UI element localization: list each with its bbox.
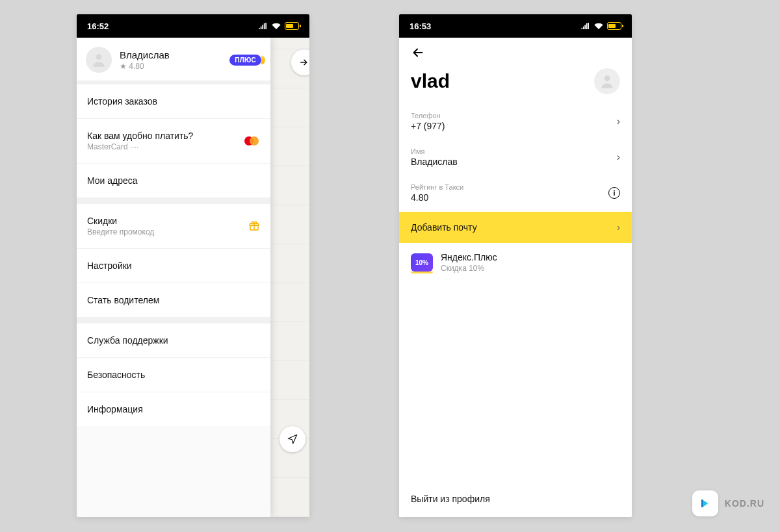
status-icons [259,22,299,30]
profile-header[interactable]: Владислав ★ 4.80 ПЛЮС [77,38,270,81]
field-rating[interactable]: Рейтинг в Такси 4.80 i [399,176,632,212]
field-label: Имя [411,147,458,155]
menu-label: Мои адреса [87,175,138,186]
svg-point-0 [96,54,102,60]
menu-payment[interactable]: Как вам удобно платить? MasterCard ···· [77,118,270,163]
field-name[interactable]: Имя Владислав › [399,140,632,176]
menu-label: Информация [87,404,143,414]
menu-discounts[interactable]: Скидки Введите промокод [77,204,270,248]
brand-logo-icon [692,490,718,516]
field-phone[interactable]: Телефон +7 (977) › [399,105,632,140]
svg-point-3 [604,75,610,81]
field-value: Владислав [411,157,458,167]
promo-badge: 10% [411,253,433,272]
avatar [86,47,112,73]
menu-sublabel: Введите промокод [87,227,154,236]
status-time: 16:52 [87,21,109,31]
menu-security[interactable]: Безопасность [77,357,270,392]
brand-text: KOD.RU [725,498,764,509]
profile-screen: vlad Телефон +7 (977) › Имя Владислав › … [399,38,632,517]
field-label: Рейтинг в Такси [411,183,463,191]
info-icon[interactable]: i [608,187,620,199]
avatar[interactable] [594,68,620,94]
battery-icon [285,22,299,30]
profile-title: vlad [411,70,450,92]
menu-label: Служба поддержки [87,335,168,346]
menu-order-history[interactable]: История заказов [77,84,270,118]
profile-name: Владислав [120,49,170,60]
menu-label: Скидки [87,216,154,226]
promo-yandex-plus[interactable]: 10% Яндекс.Плюс Скидка 10% [399,243,632,282]
gift-icon [248,220,260,232]
wifi-icon [594,23,603,29]
user-icon [90,51,107,68]
menu-label: Настройки [87,260,132,271]
back-button[interactable] [411,45,425,63]
menu-support[interactable]: Служба поддержки [77,323,270,357]
profile-rating: ★ 4.80 [120,62,170,71]
svg-rect-4 [701,500,703,507]
menu-label: История заказов [87,96,157,107]
menu-label: Как вам удобно платить? [87,131,193,141]
row-label: Добавить почту [411,222,477,233]
menu-sublabel: MasterCard ···· [87,142,193,151]
status-bar: 16:52 [77,14,309,38]
phone-right: 16:53 vlad Телефон +7 (977) › [399,14,632,517]
logout-button[interactable]: Выйти из профиля [399,482,632,517]
add-email-row[interactable]: Добавить почту › [399,212,632,243]
promo-sub: Скидка 10% [441,264,497,273]
chevron-right-icon: › [617,116,620,127]
status-bar: 16:53 [399,14,632,38]
menu-addresses[interactable]: Мои адреса [77,163,270,197]
row-label: Выйти из профиля [411,494,490,504]
phone-left: 16:52 Владислав ★ 4.80 ПЛЮС [77,14,309,517]
promo-title: Яндекс.Плюс [441,252,497,262]
signal-icon [259,23,268,29]
wifi-icon [272,23,281,29]
chevron-right-icon: › [617,151,620,163]
side-drawer: Владислав ★ 4.80 ПЛЮС История заказов Ка… [77,38,270,517]
status-time: 16:53 [410,21,431,31]
mastercard-icon [243,135,260,147]
user-icon [599,73,616,90]
signal-icon [581,23,590,29]
site-brand: KOD.RU [692,490,764,516]
battery-icon [607,22,621,30]
menu-information[interactable]: Информация [77,392,270,426]
close-drawer-button[interactable] [291,49,309,75]
chevron-right-icon: › [617,222,620,233]
locate-me-button[interactable] [280,426,306,452]
field-value: 4.80 [411,192,463,203]
menu-label: Безопасность [87,370,145,380]
plus-badge[interactable]: ПЛЮС [229,55,261,66]
field-label: Телефон [411,112,445,120]
menu-become-driver[interactable]: Стать водителем [77,283,270,317]
menu-label: Стать водителем [87,295,159,305]
status-icons [581,22,621,30]
field-value: +7 (977) [411,121,445,131]
menu-settings[interactable]: Настройки [77,248,270,283]
